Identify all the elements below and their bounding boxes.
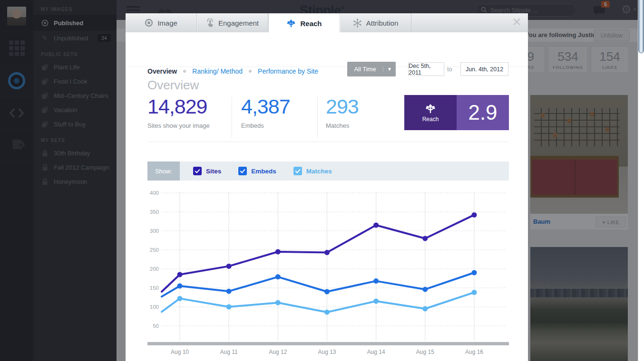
scrollbar-thumb[interactable] <box>638 0 644 53</box>
stat-divider <box>232 97 232 138</box>
series-line-embeds <box>162 273 474 296</box>
series-toggles: SitesEmbedsMatches <box>193 167 332 175</box>
stat-embeds: 4,387 Embeds <box>241 95 290 129</box>
data-point-embeds <box>373 278 379 284</box>
reach-tile: Reach 2.9 <box>404 95 509 130</box>
reach-trident-icon <box>286 19 296 28</box>
data-point-matches <box>275 300 281 305</box>
show-row: Show: SitesEmbedsMatches <box>147 162 509 180</box>
stats-divider <box>147 142 509 142</box>
x-tick-label: Aug 14 <box>367 349 385 355</box>
data-point-sites <box>373 223 379 228</box>
x-tick-label: Aug 15 <box>416 349 434 355</box>
x-tick-label: Aug 12 <box>269 349 287 355</box>
subnav-performance-link[interactable]: Performance by Site <box>258 67 318 75</box>
y-tick-label: 150 <box>150 285 159 291</box>
tab-attribution[interactable]: Attribution <box>340 13 411 32</box>
data-point-embeds <box>422 287 428 292</box>
toggle-matches[interactable]: Matches <box>293 167 332 175</box>
data-point-embeds <box>226 289 232 294</box>
stat-matches: 293 Matches <box>326 95 359 129</box>
reach-trident-white-icon <box>424 103 437 114</box>
toggle-embeds[interactable]: Embeds <box>238 167 276 175</box>
series-line-sites <box>162 215 474 292</box>
data-point-sites <box>472 212 477 218</box>
y-tick-label: 50 <box>153 323 159 329</box>
data-point-sites <box>422 236 428 241</box>
stat-sites-label: Sites show your image <box>147 122 210 129</box>
show-label: Show: <box>147 162 180 180</box>
date-to-input[interactable]: Jun. 4th, 2012 <box>460 62 508 76</box>
toggle-label: Sites <box>206 168 221 175</box>
x-axis-bar <box>147 342 509 345</box>
data-point-matches <box>226 304 232 310</box>
subnav-overview[interactable]: Overview <box>147 67 177 75</box>
y-tick-label: 100 <box>150 304 159 310</box>
data-point-matches <box>177 296 183 301</box>
toggle-sites[interactable]: Sites <box>193 167 221 175</box>
attribution-network-icon <box>353 19 362 28</box>
toggle-label: Embeds <box>251 168 276 175</box>
checkbox-sites-checked[interactable] <box>193 167 202 175</box>
subnav: Overview Ranking/ Method Performance by … <box>147 67 318 75</box>
subnav-dot <box>249 70 252 73</box>
close-icon[interactable]: ✕ <box>512 15 522 29</box>
data-point-matches <box>373 299 379 304</box>
analytics-modal: Image Engagement Reach Attribution ✕ <box>126 13 528 361</box>
tab-reach[interactable]: Reach <box>268 13 340 33</box>
toggle-label: Matches <box>306 168 332 175</box>
section-title: Overview <box>147 78 199 93</box>
reach-tile-left: Reach <box>404 95 457 130</box>
y-tick-label: 300 <box>150 228 159 234</box>
stat-sites-value: 14,829 <box>147 95 210 118</box>
data-point-sites <box>226 264 232 269</box>
x-tick-label: Aug 11 <box>220 349 238 355</box>
data-point-embeds <box>177 284 183 289</box>
tab-image[interactable]: Image <box>126 13 197 32</box>
y-tick-label: 400 <box>150 190 159 196</box>
checkbox-embeds-checked[interactable] <box>238 167 247 175</box>
tab-engagement[interactable]: Engagement <box>197 13 268 32</box>
data-point-matches <box>472 290 477 295</box>
subnav-ranking-method-link[interactable]: Ranking/ Method <box>192 67 243 75</box>
data-point-sites <box>177 272 183 277</box>
y-tick-label: 350 <box>150 209 159 215</box>
stat-matches-value: 293 <box>326 95 359 118</box>
data-point-sites <box>275 249 281 255</box>
time-range-dropdown[interactable]: All Time ▼ <box>347 62 396 76</box>
dropdown-caret-icon: ▼ <box>383 66 396 72</box>
data-point-embeds <box>472 270 477 276</box>
y-tick-label: 250 <box>150 247 159 253</box>
data-point-embeds <box>324 289 330 294</box>
data-point-embeds <box>275 274 281 279</box>
stat-divider <box>317 97 318 138</box>
y-tick-label: 200 <box>150 266 159 272</box>
x-tick-label: Aug 16 <box>465 349 483 355</box>
reach-chart: 40035030025020015010050Aug 10Aug 11Aug 1… <box>147 190 509 359</box>
stat-embeds-value: 4,387 <box>241 95 290 118</box>
data-point-matches <box>324 310 330 315</box>
reach-chart-svg: 40035030025020015010050Aug 10Aug 11Aug 1… <box>147 190 509 359</box>
window-scrollbar[interactable] <box>638 0 644 361</box>
reach-tile-value: 2.9 <box>457 95 509 130</box>
date-from-input[interactable]: Dec 5th, 2011 <box>408 62 444 76</box>
reach-tile-label: Reach <box>422 116 439 123</box>
data-point-matches <box>422 306 428 312</box>
stat-matches-label: Matches <box>326 122 359 129</box>
data-point-sites <box>324 250 330 255</box>
x-tick-label: Aug 13 <box>318 349 336 355</box>
image-bullseye-icon <box>145 19 153 27</box>
modal-subheader: Overview Ranking/ Method Performance by … <box>126 32 528 67</box>
x-tick-label: Aug 10 <box>171 349 189 355</box>
subnav-dot <box>183 70 186 73</box>
stat-embeds-label: Embeds <box>241 122 290 129</box>
checkbox-matches-checked[interactable] <box>293 167 302 175</box>
stat-sites: 14,829 Sites show your image <box>147 95 210 129</box>
modal-tab-bar: Image Engagement Reach Attribution <box>126 13 528 32</box>
date-to-label: to <box>447 66 452 73</box>
hand-tap-icon <box>206 19 214 28</box>
